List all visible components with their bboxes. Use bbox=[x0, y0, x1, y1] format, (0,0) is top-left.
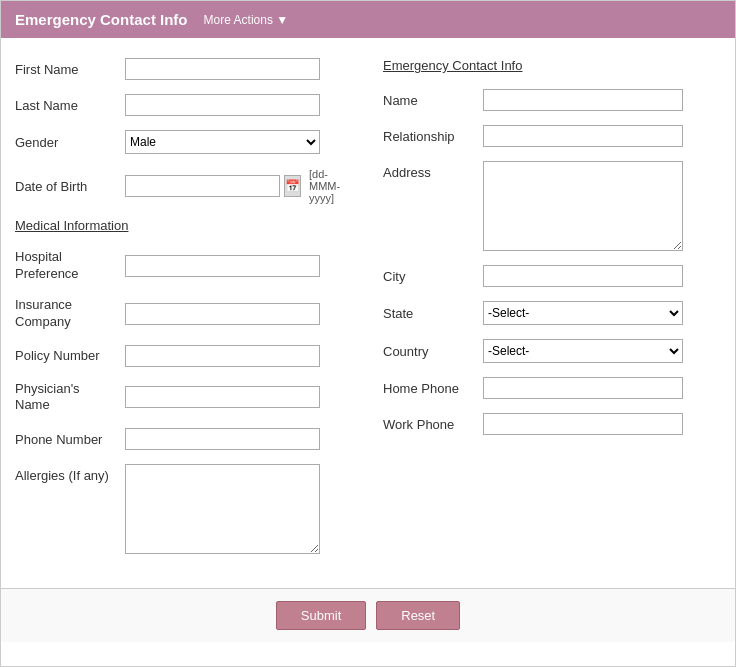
ec-relationship-input[interactable] bbox=[483, 125, 683, 147]
policy-row: Policy Number bbox=[15, 345, 353, 367]
work-phone-input[interactable] bbox=[483, 413, 683, 435]
first-name-input[interactable] bbox=[125, 58, 320, 80]
date-format-hint: [dd-MMM-yyyy] bbox=[309, 168, 353, 204]
work-phone-label: Work Phone bbox=[383, 417, 483, 432]
allergies-label: Allergies (If any) bbox=[15, 464, 125, 485]
insurance-input[interactable] bbox=[125, 303, 320, 325]
insurance-row: Insurance Company bbox=[15, 297, 353, 331]
home-phone-label: Home Phone bbox=[383, 381, 483, 396]
ec-country-label: Country bbox=[383, 344, 483, 359]
ec-country-select[interactable]: -Select- bbox=[483, 339, 683, 363]
phone-number-row: Phone Number bbox=[15, 428, 353, 450]
reset-button[interactable]: Reset bbox=[376, 601, 460, 630]
medical-section: Medical Information Hospital Preference … bbox=[15, 218, 353, 554]
page-title: Emergency Contact Info bbox=[15, 11, 188, 28]
first-name-label: First Name bbox=[15, 62, 125, 77]
medical-section-title: Medical Information bbox=[15, 218, 353, 233]
ec-city-input[interactable] bbox=[483, 265, 683, 287]
dob-label: Date of Birth bbox=[15, 179, 125, 194]
dob-row: Date of Birth 📅 [dd-MMM-yyyy] bbox=[15, 168, 353, 204]
home-phone-input[interactable] bbox=[483, 377, 683, 399]
ec-state-label: State bbox=[383, 306, 483, 321]
last-name-input[interactable] bbox=[125, 94, 320, 116]
date-row-wrapper: 📅 [dd-MMM-yyyy] bbox=[125, 168, 353, 204]
ec-state-select[interactable]: -Select- bbox=[483, 301, 683, 325]
ec-address-row: Address bbox=[383, 161, 721, 251]
first-name-row: First Name bbox=[15, 58, 353, 80]
ec-relationship-label: Relationship bbox=[383, 129, 483, 144]
footer: Submit Reset bbox=[1, 588, 735, 642]
ec-name-row: Name bbox=[383, 89, 721, 111]
work-phone-row: Work Phone bbox=[383, 413, 721, 435]
allergies-textarea[interactable] bbox=[125, 464, 320, 554]
ec-city-label: City bbox=[383, 269, 483, 284]
phone-number-label: Phone Number bbox=[15, 432, 125, 447]
hospital-pref-label: Hospital Preference bbox=[15, 249, 125, 283]
ec-address-label: Address bbox=[383, 161, 483, 180]
ec-name-input[interactable] bbox=[483, 89, 683, 111]
left-column: First Name Last Name Gender Male Female … bbox=[15, 58, 373, 568]
header: Emergency Contact Info More Actions ▼ bbox=[1, 1, 735, 38]
physician-input[interactable] bbox=[125, 386, 320, 408]
home-phone-row: Home Phone bbox=[383, 377, 721, 399]
ec-city-row: City bbox=[383, 265, 721, 287]
hospital-pref-row: Hospital Preference bbox=[15, 249, 353, 283]
last-name-label: Last Name bbox=[15, 98, 125, 113]
policy-label: Policy Number bbox=[15, 348, 125, 363]
ec-state-row: State -Select- bbox=[383, 301, 721, 325]
more-actions-button[interactable]: More Actions ▼ bbox=[204, 13, 289, 27]
gender-row: Gender Male Female Other bbox=[15, 130, 353, 154]
physician-label: Physician's Name bbox=[15, 381, 125, 415]
calendar-icon[interactable]: 📅 bbox=[284, 175, 301, 197]
right-column: Emergency Contact Info Name Relationship… bbox=[373, 58, 721, 568]
form-body: First Name Last Name Gender Male Female … bbox=[1, 38, 735, 588]
dob-input[interactable] bbox=[125, 175, 280, 197]
ec-country-row: Country -Select- bbox=[383, 339, 721, 363]
ec-name-label: Name bbox=[383, 93, 483, 108]
emergency-contact-title: Emergency Contact Info bbox=[383, 58, 721, 73]
hospital-pref-input[interactable] bbox=[125, 255, 320, 277]
ec-relationship-row: Relationship bbox=[383, 125, 721, 147]
insurance-label: Insurance Company bbox=[15, 297, 125, 331]
policy-input[interactable] bbox=[125, 345, 320, 367]
phone-number-input[interactable] bbox=[125, 428, 320, 450]
last-name-row: Last Name bbox=[15, 94, 353, 116]
physician-row: Physician's Name bbox=[15, 381, 353, 415]
gender-label: Gender bbox=[15, 135, 125, 150]
allergies-row: Allergies (If any) bbox=[15, 464, 353, 554]
gender-select[interactable]: Male Female Other bbox=[125, 130, 320, 154]
ec-address-textarea[interactable] bbox=[483, 161, 683, 251]
submit-button[interactable]: Submit bbox=[276, 601, 366, 630]
